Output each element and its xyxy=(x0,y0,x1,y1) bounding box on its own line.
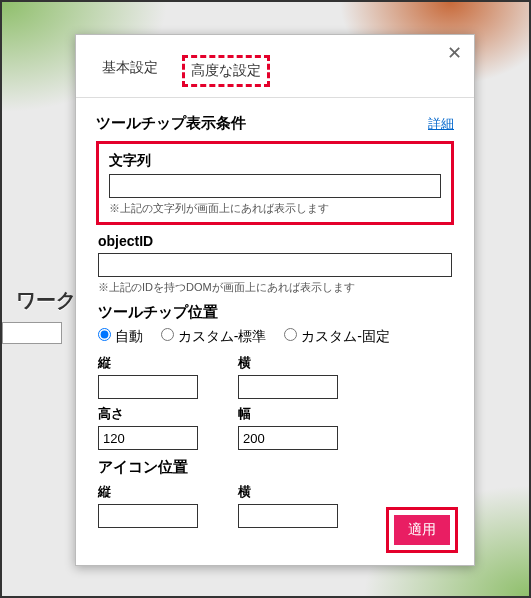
string-hint: ※上記の文字列が画面上にあれば表示します xyxy=(109,201,441,216)
section-title-position: ツールチップ位置 xyxy=(98,303,452,322)
radio-auto[interactable]: 自動 xyxy=(98,328,143,344)
pos-height-input[interactable] xyxy=(98,426,198,450)
pos-horizontal-input[interactable] xyxy=(238,375,338,399)
close-icon[interactable]: ✕ xyxy=(444,43,464,63)
objectid-label: objectID xyxy=(98,233,452,249)
tab-advanced[interactable]: 高度な設定 xyxy=(182,55,270,87)
icon-vertical-input[interactable] xyxy=(98,504,198,528)
apply-button[interactable]: 適用 xyxy=(394,515,450,545)
string-field-box: 文字列 ※上記の文字列が画面上にあれば表示します xyxy=(96,141,454,225)
pos-width-label: 幅 xyxy=(238,405,348,423)
bg-label: ワーク xyxy=(16,287,76,314)
icon-horizontal-input[interactable] xyxy=(238,504,338,528)
radio-auto-input[interactable] xyxy=(98,328,111,341)
detail-link[interactable]: 詳細 xyxy=(428,115,454,133)
pos-width-input[interactable] xyxy=(238,426,338,450)
string-input[interactable] xyxy=(109,174,441,198)
position-radio-row: 自動 カスタム-標準 カスタム-固定 xyxy=(98,328,452,346)
apply-highlight: 適用 xyxy=(386,507,458,553)
section-title-icon: アイコン位置 xyxy=(98,458,452,477)
radio-auto-label: 自動 xyxy=(115,328,143,344)
tab-basic[interactable]: 基本設定 xyxy=(96,55,164,87)
pos-horizontal-label: 横 xyxy=(238,354,348,372)
icon-vertical-label: 縦 xyxy=(98,483,208,501)
icon-horizontal-label: 横 xyxy=(238,483,348,501)
settings-panel: ✕ 基本設定 高度な設定 ツールチップ表示条件 詳細 文字列 ※上記の文字列が画… xyxy=(75,34,475,566)
radio-custom-std[interactable]: カスタム-標準 xyxy=(161,328,267,344)
radio-custom-fixed-input[interactable] xyxy=(284,328,297,341)
objectid-input[interactable] xyxy=(98,253,452,277)
tab-bar: 基本設定 高度な設定 xyxy=(76,35,474,98)
radio-custom-fixed[interactable]: カスタム-固定 xyxy=(284,328,390,344)
pos-vertical-label: 縦 xyxy=(98,354,208,372)
pos-height-label: 高さ xyxy=(98,405,208,423)
radio-custom-std-input[interactable] xyxy=(161,328,174,341)
objectid-hint: ※上記のIDを持つDOMが画面上にあれば表示します xyxy=(98,280,452,295)
radio-custom-std-label: カスタム-標準 xyxy=(178,328,267,344)
string-field-label: 文字列 xyxy=(109,152,441,170)
section-title-condition: ツールチップ表示条件 xyxy=(96,114,246,133)
radio-custom-fixed-label: カスタム-固定 xyxy=(301,328,390,344)
pos-vertical-input[interactable] xyxy=(98,375,198,399)
bg-input xyxy=(2,322,62,344)
